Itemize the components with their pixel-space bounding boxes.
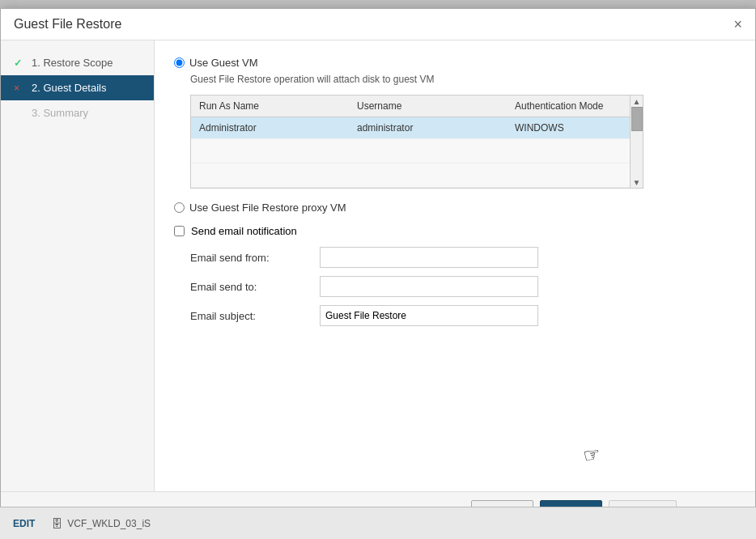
table-scrollbar[interactable]: ▲ ▼ [630, 95, 643, 188]
sidebar: ✓ 1. Restore Scope × 2. Guest Details 3.… [1, 40, 155, 491]
use-guest-vm-text: Use Guest VM [189, 57, 258, 69]
email-send-from-label: Email send from: [190, 252, 320, 264]
use-proxy-vm-radio[interactable] [174, 202, 185, 213]
sidebar-item-guest-details-label: 2. Guest Details [32, 82, 107, 94]
email-checkbox-row: Send email notification [174, 225, 736, 237]
credentials-table: Run As Name Username Authentication Mode… [191, 95, 643, 188]
send-email-label: Send email notification [191, 225, 297, 237]
error-icon: × [14, 83, 27, 94]
storage-icon: 🗄 [51, 517, 62, 530]
table-row-empty-1 [191, 139, 643, 163]
table-header-row: Run As Name Username Authentication Mode [191, 95, 643, 117]
email-send-from-input[interactable] [320, 247, 538, 268]
content-area: Use Guest VM Guest File Restore operatio… [155, 40, 755, 491]
edit-link[interactable]: EDIT [13, 518, 35, 529]
cell-run-as-name: Administrator [191, 117, 349, 139]
dialog-header: Guest File Restore × [1, 9, 755, 40]
scrollbar-down-arrow[interactable]: ▼ [631, 176, 643, 188]
cell-auth-mode: WINDOWS [507, 117, 643, 139]
sidebar-item-restore-scope-label: 1. Restore Scope [32, 57, 113, 69]
scrollbar-up-arrow[interactable]: ▲ [631, 95, 643, 107]
credentials-table-wrapper: Run As Name Username Authentication Mode… [190, 95, 643, 189]
storage-label: VCF_WKLD_03_iS [67, 518, 151, 529]
col-auth-mode: Authentication Mode [507, 95, 643, 117]
email-send-to-input[interactable] [320, 276, 538, 297]
email-send-to-row: Email send to: [190, 276, 736, 297]
use-guest-vm-group: Use Guest VM Guest File Restore operatio… [174, 57, 736, 85]
cell-username: administrator [349, 117, 507, 139]
use-guest-vm-radio[interactable] [174, 57, 185, 68]
dialog-title: Guest File Restore [14, 17, 121, 32]
use-proxy-vm-radio-label[interactable]: Use Guest File Restore proxy VM [174, 202, 736, 214]
dialog-body: ✓ 1. Restore Scope × 2. Guest Details 3.… [1, 40, 755, 491]
scrollbar-track [631, 107, 643, 176]
sidebar-item-restore-scope[interactable]: ✓ 1. Restore Scope [1, 50, 154, 75]
scrollbar-thumb[interactable] [631, 107, 643, 131]
sidebar-item-guest-details[interactable]: × 2. Guest Details [1, 75, 154, 100]
table-row-empty-2 [191, 163, 643, 188]
sidebar-item-summary-label: 3. Summary [32, 107, 88, 119]
email-section: Send email notification Email send from:… [174, 225, 736, 326]
email-subject-label: Email subject: [190, 310, 320, 322]
bottom-bar: EDIT 🗄 VCF_WKLD_03_iS [0, 507, 756, 539]
email-send-to-label: Email send to: [190, 281, 320, 293]
email-send-from-row: Email send from: [190, 247, 736, 268]
table-row[interactable]: Administrator administrator WINDOWS [191, 117, 643, 139]
email-subject-row: Email subject: [190, 305, 736, 326]
completed-icon: ✓ [14, 57, 27, 69]
use-proxy-vm-text: Use Guest File Restore proxy VM [189, 202, 346, 214]
use-guest-vm-radio-label[interactable]: Use Guest VM [174, 57, 736, 69]
dialog: Guest File Restore × ✓ 1. Restore Scope … [0, 8, 756, 533]
sidebar-item-summary: 3. Summary [1, 100, 154, 125]
guest-vm-description: Guest File Restore operation will attach… [190, 74, 736, 85]
close-button[interactable]: × [733, 17, 742, 32]
col-username: Username [349, 95, 507, 117]
send-email-checkbox[interactable] [174, 226, 185, 236]
storage-info: 🗄 VCF_WKLD_03_iS [51, 517, 151, 530]
dialog-overlay: Guest File Restore × ✓ 1. Restore Scope … [0, 0, 756, 539]
email-subject-input[interactable] [320, 305, 538, 326]
col-run-as-name: Run As Name [191, 95, 349, 117]
